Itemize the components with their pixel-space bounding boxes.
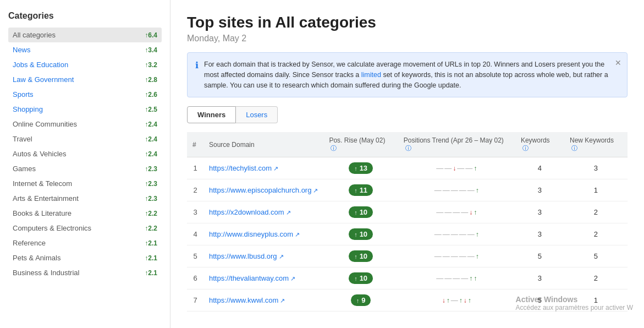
cell-row-num: 7 bbox=[187, 289, 203, 311]
cell-pos-rise: ↑ 10 bbox=[323, 267, 398, 289]
trend-dash-icon: — bbox=[453, 274, 460, 282]
trend-dash-icon: — bbox=[436, 208, 443, 216]
external-link-icon: ↗ bbox=[280, 297, 285, 304]
sidebar-item-label: News bbox=[13, 46, 31, 54]
sidebar-item-sports[interactable]: Sports↑2.6 bbox=[8, 87, 162, 102]
sidebar-item-autos---vehicles[interactable]: Autos & Vehicles↑2.4 bbox=[8, 146, 162, 161]
pos-rise-badge: ↑ 10 bbox=[349, 228, 373, 240]
table-header-row: # Source Domain Pos. Rise (May 02) ⓘ Pos… bbox=[187, 132, 628, 157]
external-link-icon: ↗ bbox=[279, 253, 284, 260]
limited-link[interactable]: limited bbox=[361, 71, 381, 79]
sidebar-item-reference[interactable]: Reference↑2.1 bbox=[8, 236, 162, 250]
col-header-trend: Positions Trend (Apr 26 – May 02) ⓘ bbox=[398, 132, 515, 157]
cell-keywords: 5 bbox=[515, 245, 564, 267]
info-kw-icon[interactable]: ⓘ bbox=[522, 145, 529, 151]
info-box: ℹ For each domain that is tracked by Sen… bbox=[187, 52, 628, 97]
cell-pos-rise: ↑ 9 bbox=[323, 289, 398, 311]
sidebar-item-label: Jobs & Education bbox=[13, 61, 68, 69]
arrow-up-icon: ↑ bbox=[354, 187, 357, 194]
sidebar-item-all-categories[interactable]: All categories↑6.4 bbox=[8, 28, 162, 42]
sidebar-item-internet---telecom[interactable]: Internet & Telecom↑2.3 bbox=[8, 176, 162, 191]
info-pos-icon[interactable]: ⓘ bbox=[331, 145, 337, 151]
cell-keywords: 3 bbox=[515, 223, 564, 245]
cell-keywords: 3 bbox=[515, 179, 564, 201]
trend-dash-icon: — bbox=[434, 230, 442, 238]
external-link-icon: ↗ bbox=[286, 209, 291, 216]
close-icon[interactable]: ✕ bbox=[615, 58, 621, 67]
sidebar-item-books---literature[interactable]: Books & Literature↑2.2 bbox=[8, 206, 162, 221]
external-link-icon: ↗ bbox=[295, 231, 300, 238]
arrow-up-icon: ↑ bbox=[354, 209, 357, 216]
sidebar-item-shopping[interactable]: Shopping↑2.5 bbox=[8, 102, 162, 117]
cell-keywords: 3 bbox=[515, 267, 564, 289]
domain-link[interactable]: https://thevaliantway.com↗ bbox=[209, 274, 295, 282]
sidebar-item-business---industrial[interactable]: Business & Industrial↑2.1 bbox=[8, 265, 162, 280]
cell-domain: https://x2download.com↗ bbox=[203, 201, 323, 223]
cell-domain: https://techylist.com↗ bbox=[203, 157, 323, 179]
sidebar-item-badge: ↑2.3 bbox=[145, 165, 157, 173]
domain-link[interactable]: https://x2download.com↗ bbox=[209, 208, 291, 216]
sidebar-item-arts---entertainment[interactable]: Arts & Entertainment↑2.3 bbox=[8, 191, 162, 206]
sidebar-item-jobs---education[interactable]: Jobs & Education↑3.2 bbox=[8, 57, 162, 72]
cell-trend: —————↑ bbox=[398, 245, 515, 267]
trend-icons: —————↑ bbox=[404, 186, 510, 194]
tab-losers[interactable]: Losers bbox=[236, 106, 278, 123]
trend-up-icon: ↑ bbox=[474, 275, 477, 282]
sidebar-item-badge: ↑2.3 bbox=[145, 195, 157, 203]
sidebar-item-badge: ↑2.3 bbox=[145, 180, 157, 188]
sidebar-item-badge: ↑2.2 bbox=[145, 225, 157, 232]
cell-new-keywords: 1 bbox=[564, 289, 628, 311]
trend-dash-icon: — bbox=[443, 230, 450, 238]
cell-trend: —————↑ bbox=[398, 179, 515, 201]
domain-link[interactable]: http://www.disneyplus.com↗ bbox=[209, 230, 300, 238]
trend-dash-icon: — bbox=[459, 230, 466, 238]
sidebar-item-news[interactable]: News↑3.4 bbox=[8, 42, 162, 57]
table-body: 1https://techylist.com↗↑ 13——↓——↑432http… bbox=[187, 157, 628, 311]
info-text: For each domain that is tracked by Senso… bbox=[204, 59, 619, 90]
sidebar-item-pets---animals[interactable]: Pets & Animals↑2.1 bbox=[8, 250, 162, 265]
cell-pos-rise: ↑ 10 bbox=[323, 245, 398, 267]
trend-down-icon: ↓ bbox=[453, 165, 456, 172]
sidebar-item-label: Books & Literature bbox=[13, 209, 71, 217]
domain-link[interactable]: https://www.lbusd.org↗ bbox=[209, 252, 284, 260]
sidebar-item-label: Law & Government bbox=[13, 75, 74, 84]
trend-dash-icon: — bbox=[444, 208, 452, 216]
sidebar-item-computers---electronics[interactable]: Computers & Electronics↑2.2 bbox=[8, 221, 162, 236]
trend-dash-icon: — bbox=[465, 164, 472, 172]
trend-dash-icon: — bbox=[451, 230, 458, 238]
arrow-up-icon: ↑ bbox=[354, 275, 357, 282]
trend-dash-icon: — bbox=[443, 252, 450, 260]
sidebar-item-law---government[interactable]: Law & Government↑2.8 bbox=[8, 72, 162, 87]
cell-domain: https://thevaliantway.com↗ bbox=[203, 267, 323, 289]
info-newkw-icon[interactable]: ⓘ bbox=[571, 145, 577, 151]
sidebar-item-games[interactable]: Games↑2.3 bbox=[8, 161, 162, 176]
sidebar: Categories All categories↑6.4News↑3.4Job… bbox=[0, 0, 170, 328]
sidebar-item-badge: ↑2.8 bbox=[145, 76, 157, 84]
cell-pos-rise: ↑ 10 bbox=[323, 223, 398, 245]
trend-dash-icon: — bbox=[434, 252, 442, 260]
domain-link[interactable]: https://www.episcopalchurch.org↗ bbox=[209, 186, 318, 194]
sidebar-item-online-communities[interactable]: Online Communities↑2.4 bbox=[8, 117, 162, 132]
trend-icons: —————↑ bbox=[404, 230, 510, 238]
domain-link[interactable]: https://techylist.com↗ bbox=[209, 164, 278, 172]
info-trend-icon[interactable]: ⓘ bbox=[405, 145, 411, 151]
cell-row-num: 5 bbox=[187, 245, 203, 267]
table-row: 2https://www.episcopalchurch.org↗↑ 11———… bbox=[187, 179, 628, 201]
sidebar-item-badge: ↑2.4 bbox=[145, 150, 157, 158]
domain-link[interactable]: https://www.kwwl.com↗ bbox=[209, 296, 285, 304]
trend-down-icon: ↓ bbox=[464, 297, 467, 304]
sidebar-item-label: Internet & Telecom bbox=[13, 179, 72, 188]
page-subtitle: Monday, May 2 bbox=[187, 34, 628, 43]
sidebar-item-badge: ↑2.1 bbox=[145, 254, 157, 262]
sidebar-item-badge: ↑2.1 bbox=[145, 269, 157, 277]
tab-winners[interactable]: Winners bbox=[187, 106, 236, 123]
cell-row-num: 4 bbox=[187, 223, 203, 245]
sidebar-item-label: Sports bbox=[13, 90, 34, 99]
cell-keywords: 4 bbox=[515, 157, 564, 179]
trend-icons: —————↑ bbox=[404, 252, 510, 260]
cell-row-num: 3 bbox=[187, 201, 203, 223]
cell-new-keywords: 2 bbox=[564, 201, 628, 223]
trend-dash-icon: — bbox=[444, 164, 452, 172]
sidebar-item-travel[interactable]: Travel↑2.4 bbox=[8, 132, 162, 146]
cell-pos-rise: ↑ 10 bbox=[323, 201, 398, 223]
